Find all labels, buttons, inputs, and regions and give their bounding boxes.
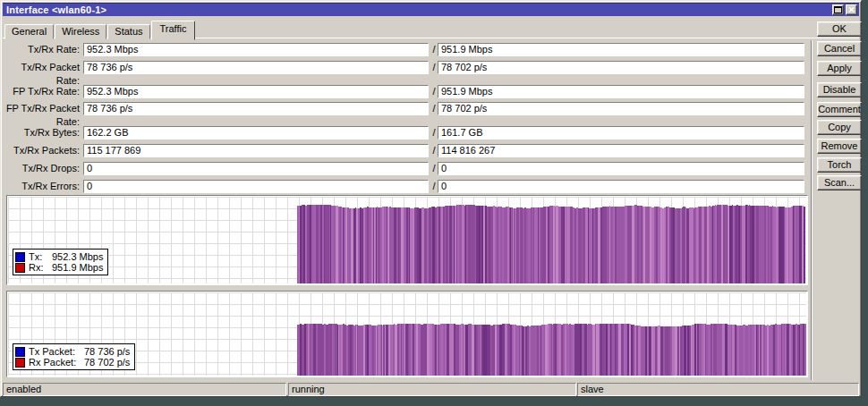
maximize-icon: [834, 6, 842, 13]
txrx-errors-label: Tx/Rx Errors:: [1, 180, 80, 193]
tab-general[interactable]: General: [4, 24, 54, 39]
tx-packet-legend-swatch: [15, 347, 25, 357]
traffic-rate-legend: Tx: 952.3 Mbps Rx: 951.9 Mbps: [13, 249, 108, 275]
rx-packet-legend-value: 78 702 p/s: [84, 357, 130, 368]
rx-legend-label: Rx:: [29, 262, 50, 273]
packet-rate-plot: Tx Packet: 78 736 p/s Rx Packet: 78 702 …: [8, 292, 806, 376]
interface-dialog-window: Interface <wlan60-1> ✕ General Wireless …: [0, 0, 862, 397]
fp-txrx-rate-tx-field[interactable]: 952.3 Mbps: [83, 85, 429, 98]
tx-packet-legend-label: Tx Packet:: [29, 346, 82, 357]
legend-row-tx: Tx: 952.3 Mbps: [15, 251, 103, 262]
remove-button[interactable]: Remove: [817, 139, 862, 154]
close-button[interactable]: ✕: [846, 4, 857, 15]
fp-txrx-rate-separator: /: [430, 85, 438, 98]
close-icon: ✕: [848, 6, 855, 14]
traffic-bar: [804, 324, 806, 376]
comment-button[interactable]: Comment: [817, 102, 862, 117]
txrx-bytes-separator: /: [430, 126, 438, 140]
txrx-drops-tx-field[interactable]: 0: [83, 162, 429, 175]
fp-txrx-packet-rate-rx-field[interactable]: 78 702 p/s: [438, 102, 804, 115]
txrx-packets-tx-field[interactable]: 115 177 869: [83, 144, 429, 157]
scan-button[interactable]: Scan...: [817, 175, 862, 190]
packet-rate-graph: Tx Packet: 78 736 p/s Rx Packet: 78 702 …: [6, 291, 808, 377]
packet-rate-legend: Tx Packet: 78 736 p/s Rx Packet: 78 702 …: [13, 343, 135, 370]
txrx-rate-label: Tx/Rx Rate:: [1, 43, 80, 56]
ok-button[interactable]: OK: [817, 21, 862, 37]
status-slave: slave: [577, 383, 859, 396]
txrx-errors-separator: /: [430, 180, 438, 193]
button-column-divider: [811, 40, 812, 380]
packet-rate-bars: [297, 292, 805, 376]
traffic-rate-plot: Tx: 952.3 Mbps Rx: 951.9 Mbps: [8, 197, 806, 283]
txrx-rate-rx-field[interactable]: 951.9 Mbps: [438, 43, 804, 56]
tx-legend-label: Tx:: [29, 251, 50, 262]
desktop: { "window": { "title": "Interface <wlan6…: [0, 0, 868, 406]
apply-button[interactable]: Apply: [817, 61, 862, 76]
window-title: Interface <wlan60-1>: [6, 4, 832, 15]
tab-traffic[interactable]: Traffic: [151, 21, 196, 40]
legend-row-rx-packet: Rx Packet: 78 702 p/s: [15, 357, 130, 368]
txrx-rate-tx-field[interactable]: 952.3 Mbps: [83, 43, 429, 56]
txrx-packet-rate-separator: /: [430, 61, 438, 74]
status-running: running: [288, 383, 576, 396]
rx-legend-swatch: [15, 263, 25, 273]
txrx-bytes-rx-field[interactable]: 161.7 GB: [438, 126, 804, 140]
legend-row-tx-packet: Tx Packet: 78 736 p/s: [15, 346, 130, 357]
txrx-bytes-tx-field[interactable]: 162.2 GB: [83, 126, 429, 140]
tx-legend-value: 952.3 Mbps: [52, 251, 103, 262]
txrx-packets-separator: /: [430, 144, 438, 157]
traffic-rate-bars: [297, 197, 805, 283]
txrx-packet-rate-tx-field[interactable]: 78 736 p/s: [83, 61, 429, 74]
txrx-packet-rate-rx-field[interactable]: 78 702 p/s: [438, 61, 804, 74]
maximize-button[interactable]: [832, 4, 844, 15]
status-enabled: enabled: [3, 383, 286, 396]
fp-txrx-packet-rate-tx-field[interactable]: 78 736 p/s: [83, 102, 429, 115]
copy-button[interactable]: Copy: [817, 120, 862, 135]
disable-button[interactable]: Disable: [817, 82, 862, 97]
traffic-rate-graph: Tx: 952.3 Mbps Rx: 951.9 Mbps: [6, 195, 808, 285]
fp-txrx-rate-rx-field[interactable]: 951.9 Mbps: [438, 85, 804, 98]
legend-row-rx: Rx: 951.9 Mbps: [15, 262, 103, 273]
fp-txrx-rate-label: FP Tx/Rx Rate:: [1, 85, 80, 98]
txrx-packets-label: Tx/Rx Packets:: [1, 144, 80, 157]
tx-packet-legend-value: 78 736 p/s: [84, 346, 130, 357]
txrx-packets-rx-field[interactable]: 114 816 267: [438, 144, 804, 157]
traffic-bar: [804, 207, 805, 283]
txrx-drops-label: Tx/Rx Drops:: [1, 162, 80, 175]
tab-status[interactable]: Status: [107, 24, 149, 39]
titlebar[interactable]: Interface <wlan60-1> ✕: [3, 3, 859, 16]
txrx-packet-rate-label: Tx/Rx Packet Rate:: [1, 61, 80, 88]
tab-wireless[interactable]: Wireless: [55, 24, 106, 39]
fp-txrx-packet-rate-label: FP Tx/Rx Packet Rate:: [1, 102, 80, 129]
txrx-errors-rx-field[interactable]: 0: [438, 180, 804, 193]
txrx-errors-tx-field[interactable]: 0: [83, 180, 429, 193]
rx-legend-value: 951.9 Mbps: [52, 262, 103, 273]
txrx-drops-rx-field[interactable]: 0: [438, 162, 804, 175]
txrx-rate-separator: /: [430, 43, 438, 56]
rx-packet-legend-swatch: [15, 358, 25, 368]
torch-button[interactable]: Torch: [817, 157, 862, 173]
fp-txrx-packet-rate-separator: /: [430, 102, 438, 115]
tx-legend-swatch: [15, 252, 25, 262]
tab-strip: General Wireless Status Traffic: [4, 22, 196, 38]
cancel-button[interactable]: Cancel: [817, 41, 862, 56]
txrx-bytes-label: Tx/Rx Bytes:: [1, 126, 80, 140]
txrx-drops-separator: /: [430, 162, 438, 175]
rx-packet-legend-label: Rx Packet:: [29, 357, 82, 368]
